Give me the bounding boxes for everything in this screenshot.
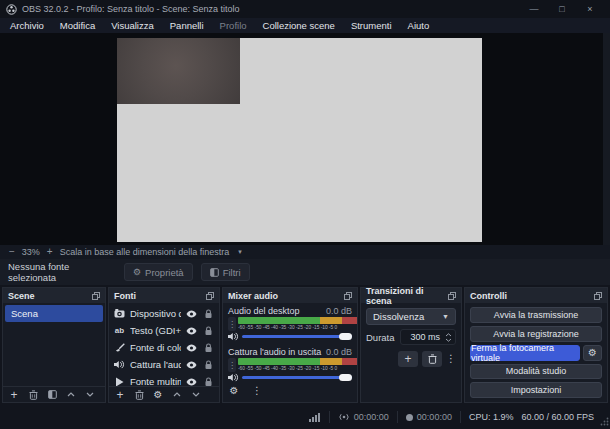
divider [460,411,461,423]
lock-icon[interactable] [202,360,215,370]
resize-grip-icon[interactable] [600,417,609,428]
source-item-text[interactable]: ab Testo (GDI+) [109,322,219,339]
dock-float-icon[interactable] [344,292,352,300]
zoom-out-button[interactable]: − [9,247,15,257]
audio-capture-icon [113,360,126,369]
lock-icon[interactable] [202,377,215,387]
studio-mode-button[interactable]: Modalità studio [470,364,602,380]
controls-panel-header[interactable]: Controlli [465,288,607,303]
zoom-in-button[interactable]: + [47,247,53,257]
mixer-panel-header[interactable]: Mixer audio [223,288,357,303]
transition-menu-button[interactable]: ⋮ [446,354,456,364]
source-item-media[interactable]: Fonte multime [109,373,219,386]
menu-modifica[interactable]: Modifica [52,18,103,33]
virtual-camera-settings-button[interactable]: ⚙ [583,345,602,361]
eye-icon[interactable] [185,327,198,335]
scene-list-item[interactable]: Scena [5,305,103,322]
scene-filters-button[interactable] [47,390,57,399]
webcam-source-preview[interactable] [117,38,240,104]
lock-icon[interactable] [202,343,215,353]
divider [329,411,330,423]
move-scene-up-button[interactable] [66,392,76,397]
menu-archivio[interactable]: Archivio [2,18,52,33]
start-recording-button[interactable]: Avvia la registrazione [470,326,602,342]
scenes-panel-header[interactable]: Scene [3,288,105,303]
audio-mixer-panel: Mixer audio Audio del desktop 0.0 dB ⋮ [222,287,358,403]
close-button[interactable]: × [576,0,604,18]
dock-float-icon[interactable] [206,292,214,300]
volume-meter [238,317,357,324]
add-source-button[interactable]: + [115,390,125,400]
transitions-body: Dissolvenza ▼ Durata 300 ms + ⋮ [361,303,461,402]
gear-icon: ⚙ [133,267,141,277]
preview-area[interactable] [0,33,610,245]
meter-scale: -60 -55 -50 -45 -40 -35 -30 -25 -20 -15 … [238,365,337,372]
channel-drag-handle[interactable]: ⋮ [228,358,236,372]
scene-canvas[interactable] [117,38,482,242]
eye-icon[interactable] [185,378,198,386]
volume-meter [238,358,357,365]
menu-visualizza[interactable]: Visualizza [103,18,162,33]
speaker-icon[interactable] [228,332,239,341]
move-scene-down-button[interactable] [85,392,95,397]
meter-scale: -60 -55 -50 -45 -40 -35 -30 -25 -20 -15 … [238,324,337,331]
volume-slider-handle[interactable] [339,333,352,340]
menu-pannelli[interactable]: Pannelli [162,18,212,33]
menu-profilo[interactable]: Profilo [212,18,255,33]
spin-up-icon [445,333,452,337]
maximize-button[interactable]: □ [548,0,576,18]
menu-collezione-scene[interactable]: Collezione scene [255,18,343,33]
sources-panel-header[interactable]: Fonti [109,288,219,303]
mixer-menu-button[interactable]: ⋮ [252,386,262,396]
menu-strumenti[interactable]: Strumenti [343,18,400,33]
chevron-down-icon: ▼ [442,313,449,320]
settings-button[interactable]: Impostazioni [470,382,602,398]
source-item-video-device[interactable]: Dispositivo di c [109,305,219,322]
eye-icon[interactable] [185,344,198,352]
lock-icon[interactable] [202,326,215,336]
title-bar[interactable]: OBS 32.0.2 - Profilo: Senza titolo - Sce… [0,0,610,18]
scale-mode-label[interactable]: Scala in base alle dimensioni della fine… [60,247,230,257]
dock-float-icon[interactable] [594,292,602,300]
add-transition-button[interactable]: + [398,351,418,367]
remove-source-button[interactable] [134,390,144,400]
remove-transition-button[interactable] [422,351,442,367]
transitions-panel-header[interactable]: Transizioni di scena [361,288,461,303]
filters-button[interactable]: Filtri [201,263,250,281]
channel-drag-handle[interactable]: ⋮ [228,317,236,331]
dock-float-icon[interactable] [92,292,100,300]
mixer-footer: ⚙ ⋮ [223,382,357,400]
minimize-button[interactable]: — [520,0,548,18]
chevron-down-icon[interactable]: ▾ [238,248,242,256]
speaker-icon[interactable] [228,373,239,382]
properties-button[interactable]: ⚙ Proprietà [124,263,193,281]
volume-slider[interactable] [242,373,352,382]
channel-name: Audio del desktop [228,306,300,316]
volume-slider[interactable] [242,332,352,341]
eye-icon[interactable] [185,361,198,369]
remove-scene-button[interactable] [28,390,38,400]
transition-select[interactable]: Dissolvenza ▼ [366,308,456,325]
source-item-audio-capture[interactable]: Cattura l'audio [109,356,219,373]
move-source-down-button[interactable] [191,392,201,397]
mixer-settings-button[interactable]: ⚙ [229,386,239,396]
controls-body: Avvia la trasmissione Avvia la registraz… [465,303,607,402]
volume-slider-handle[interactable] [339,374,352,381]
stream-timer: 00:00:00 [338,412,389,422]
fps-counter: 60.00 / 60.00 FPS [521,412,594,422]
source-toolbar: Nessuna fonte selezionata ⚙ Proprietà Fi… [0,259,610,285]
source-item-color[interactable]: Fonte di colore [109,339,219,356]
source-properties-button[interactable]: ⚙ [153,390,163,400]
duration-label: Durata [366,332,395,343]
stop-virtual-camera-button[interactable]: Ferma la fotocamera virtuale [470,345,580,361]
media-source-icon [113,377,126,387]
dock-float-icon[interactable] [448,292,456,300]
move-source-up-button[interactable] [172,392,182,397]
preview-zoom-toolbar: − 33% + Scala in base alle dimensioni de… [0,245,610,259]
start-streaming-button[interactable]: Avvia la trasmissione [470,307,602,323]
eye-icon[interactable] [185,310,198,318]
duration-spinbox[interactable]: 300 ms [400,329,456,345]
add-scene-button[interactable]: + [9,390,19,400]
lock-icon[interactable] [202,309,215,319]
menu-aiuto[interactable]: Aiuto [400,18,438,33]
